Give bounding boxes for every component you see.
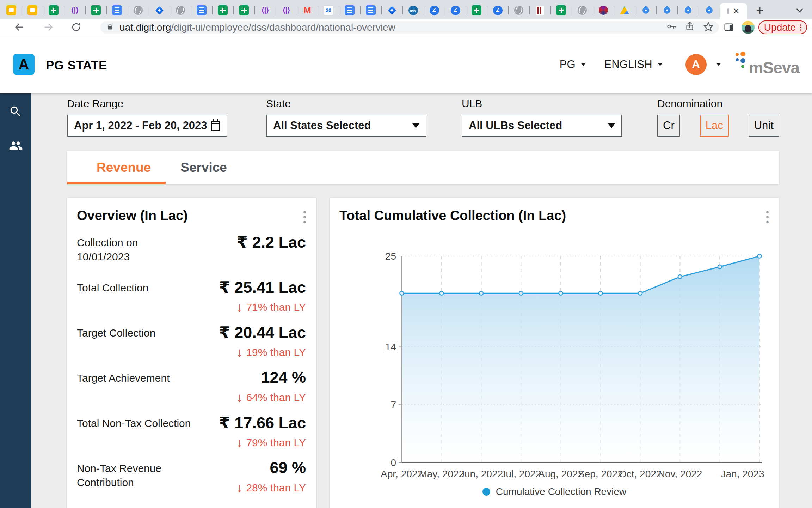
pinned-tab-code[interactable]: ⟨|⟩ xyxy=(64,2,85,18)
pinned-tab-zoho[interactable]: Z xyxy=(487,2,508,18)
browser-profile-avatar[interactable] xyxy=(742,21,755,34)
chrome-update-button[interactable]: Update xyxy=(758,20,807,34)
url-bar[interactable]: uat.digit.org/digit-ui/employee/dss/dash… xyxy=(100,21,719,34)
metric-label: Target Achievement xyxy=(77,371,170,385)
pinned-tab-swirl[interactable] xyxy=(593,2,614,18)
data-point xyxy=(439,291,443,295)
pinned-tab-sheets[interactable] xyxy=(233,2,254,18)
pinned-tab-zoho[interactable]: Z xyxy=(445,2,466,18)
pinned-tab-egov[interactable]: gov xyxy=(402,2,424,18)
pinned-tab-docs[interactable] xyxy=(360,2,381,18)
metric-value: ₹ 17.66 Lac xyxy=(219,413,306,432)
language-dropdown[interactable]: ENGLISH xyxy=(604,58,663,71)
arrow-down-icon: ↓ xyxy=(236,390,242,405)
password-key-icon[interactable] xyxy=(666,21,677,34)
chart-legend: Cumulative Collection Review xyxy=(330,486,779,497)
user-avatar[interactable]: A xyxy=(685,54,707,75)
overview-kebab-icon[interactable] xyxy=(302,210,307,225)
diamond-favicon-icon xyxy=(154,5,164,15)
pinned-tab-code[interactable]: ⟨|⟩ xyxy=(276,2,297,18)
metric-delta-text: 28% than LY xyxy=(246,482,306,494)
chevron-down-icon xyxy=(581,63,585,66)
pinned-tab-sheets[interactable] xyxy=(550,2,572,18)
pinned-tab-docs[interactable] xyxy=(339,2,360,18)
pinned-tab-calendar[interactable]: 20 xyxy=(318,2,339,18)
dashboard-tabbar: RevenueService xyxy=(67,151,779,184)
pinned-tab-globe[interactable] xyxy=(128,2,149,18)
pinned-tab-docs[interactable] xyxy=(191,2,212,18)
people-icon[interactable] xyxy=(9,139,22,152)
pinned-tab-zoho[interactable]: Z xyxy=(424,2,445,18)
data-point xyxy=(718,265,722,269)
chart-kebab-icon[interactable] xyxy=(765,210,770,225)
pinned-tab-sheets[interactable] xyxy=(43,2,64,18)
pinned-tab-globe[interactable] xyxy=(170,2,191,18)
metric-delta-text: 79% than LY xyxy=(246,437,306,449)
pinned-tab-gmail[interactable]: M xyxy=(297,2,318,18)
date-range-input[interactable]: Apr 1, 2022 - Feb 20, 2023 xyxy=(67,115,227,137)
tab-service[interactable]: Service xyxy=(166,151,242,184)
overview-row: Total Collection₹ 25.41 Lac↓71% than LY xyxy=(77,278,306,323)
pinned-tab-sheets[interactable] xyxy=(466,2,487,18)
user-menu-chevron-icon[interactable] xyxy=(716,63,721,66)
pinned-tab-slides[interactable] xyxy=(1,2,22,18)
chevron-down-icon xyxy=(608,123,615,128)
data-point xyxy=(519,291,523,295)
pinned-tab-kite[interactable] xyxy=(699,2,720,18)
denomination-cr-button[interactable]: Cr xyxy=(657,115,680,137)
pinned-tab-globe[interactable] xyxy=(572,2,593,18)
state-code-dropdown[interactable]: PG xyxy=(560,58,586,71)
pinned-tab-diamond[interactable] xyxy=(149,2,170,18)
omnibox-actions xyxy=(666,21,714,34)
reload-button[interactable] xyxy=(70,22,82,33)
browser-toolbar: uat.digit.org/digit-ui/employee/dss/dash… xyxy=(0,19,812,35)
bookmark-star-icon[interactable] xyxy=(703,21,714,34)
pinned-tab-drive[interactable] xyxy=(614,2,635,18)
data-point xyxy=(758,254,762,258)
pinned-tab-stripes[interactable] xyxy=(529,2,550,18)
pinned-tab-kite[interactable] xyxy=(635,2,656,18)
forward-button[interactable] xyxy=(43,22,54,33)
new-tab-button[interactable]: + xyxy=(753,4,767,18)
docs-favicon-icon xyxy=(345,5,355,15)
pinned-tab-globe[interactable] xyxy=(508,2,529,18)
share-icon[interactable] xyxy=(684,21,695,34)
area-fill xyxy=(402,256,759,462)
metric-delta: ↓28% than LY xyxy=(236,480,306,495)
tab-revenue[interactable]: Revenue xyxy=(82,151,166,184)
pinned-tab-kite[interactable] xyxy=(656,2,677,18)
denomination-lac-button[interactable]: Lac xyxy=(700,115,729,137)
pinned-tab-diamond[interactable] xyxy=(381,2,402,18)
ulb-select[interactable]: All ULBs Selected xyxy=(462,115,622,137)
search-icon[interactable] xyxy=(9,105,22,118)
pinned-tab-sheets[interactable] xyxy=(212,2,233,18)
tab-close-icon[interactable]: ✕ xyxy=(733,7,739,15)
active-tab[interactable]: ✕ xyxy=(720,3,747,19)
y-tick-label: 25 xyxy=(385,251,396,262)
denomination-buttons: CrLacUnit xyxy=(657,115,779,137)
metric-delta: ↓71% than LY xyxy=(236,300,306,315)
x-tick-label: Sep, 2022 xyxy=(578,468,623,479)
back-button[interactable] xyxy=(13,22,25,33)
globe-favicon-icon xyxy=(134,6,143,15)
pinned-tab-slides[interactable] xyxy=(22,2,43,18)
pinned-tab-code[interactable]: ⟨|⟩ xyxy=(254,2,276,18)
pinned-tab-kite[interactable] xyxy=(677,2,699,18)
state-select[interactable]: All States Selected xyxy=(266,115,426,137)
pinned-tab-docs[interactable] xyxy=(106,2,128,18)
metric-delta-text: 19% than LY xyxy=(246,346,306,358)
chart-card-title: Total Cumulative Collection (In Lac) xyxy=(339,208,566,223)
language-label: ENGLISH xyxy=(604,58,652,71)
gmail-favicon-icon: M xyxy=(302,5,312,15)
side-panel-icon[interactable] xyxy=(723,22,734,33)
pinned-tab-sheets[interactable] xyxy=(85,2,106,18)
sheets-favicon-icon xyxy=(556,5,566,15)
denomination-unit-button[interactable]: Unit xyxy=(749,115,779,137)
denomination-label: Denomination xyxy=(657,98,779,110)
zoho-favicon-icon: Z xyxy=(451,6,460,15)
kite-favicon-icon xyxy=(641,6,651,15)
url-text: uat.digit.org/digit-ui/employee/dss/dash… xyxy=(119,22,395,33)
tab-list-chevron-icon[interactable] xyxy=(794,5,805,16)
ulb-label: ULB xyxy=(462,98,622,110)
lock-icon xyxy=(105,22,115,33)
